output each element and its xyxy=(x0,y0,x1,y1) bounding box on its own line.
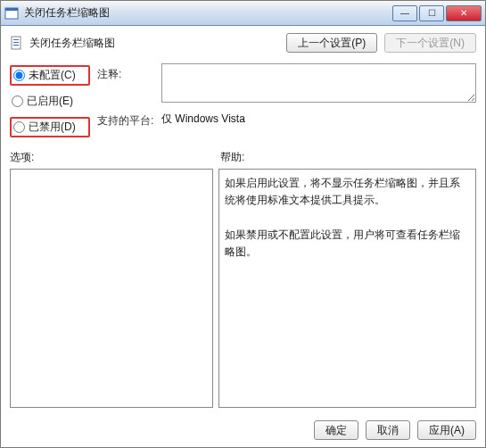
policy-icon xyxy=(10,36,24,50)
panes: 如果启用此设置，将不显示任务栏缩略图，并且系统将使用标准文本提供工具提示。 如果… xyxy=(10,169,476,408)
next-setting-button[interactable]: 下一个设置(N) xyxy=(384,33,476,53)
platform-value: 仅 Windows Vista xyxy=(161,110,476,127)
footer: 确定 取消 应用(A) xyxy=(1,413,485,447)
comment-label: 注释: xyxy=(97,63,154,82)
comment-row: 注释: xyxy=(97,63,476,103)
radio-not-configured[interactable]: 未配置(C) xyxy=(10,65,90,86)
options-label: 选项: xyxy=(10,150,220,165)
options-pane[interactable] xyxy=(10,169,213,408)
help-paragraph-2: 如果禁用或不配置此设置，用户将可查看任务栏缩略图。 xyxy=(225,227,470,261)
header-row: 关闭任务栏缩略图 上一个设置(P) 下一个设置(N) xyxy=(10,33,476,53)
window-title: 关闭任务栏缩略图 xyxy=(24,5,392,21)
nav-buttons: 上一个设置(P) 下一个设置(N) xyxy=(286,33,476,53)
radio-enabled-input[interactable] xyxy=(12,95,23,107)
radio-disabled-label: 已禁用(D) xyxy=(29,120,76,135)
help-label: 帮助: xyxy=(220,150,244,165)
radio-group: 未配置(C) 已启用(E) 已禁用(D) xyxy=(10,63,90,137)
comment-textarea[interactable] xyxy=(161,63,476,103)
svg-rect-1 xyxy=(5,8,18,11)
previous-setting-button[interactable]: 上一个设置(P) xyxy=(286,33,377,53)
window-buttons: — ☐ ✕ xyxy=(392,5,482,21)
app-icon xyxy=(4,6,19,21)
apply-button[interactable]: 应用(A) xyxy=(417,420,476,440)
config-section: 未配置(C) 已启用(E) 已禁用(D) 注释: 支持的平台: xyxy=(10,63,476,137)
radio-enabled-label: 已启用(E) xyxy=(27,94,73,109)
platform-label: 支持的平台: xyxy=(97,110,154,129)
radio-disabled[interactable]: 已禁用(D) xyxy=(10,117,90,137)
svg-rect-3 xyxy=(13,39,19,40)
help-pane: 如果启用此设置，将不显示任务栏缩略图，并且系统将使用标准文本提供工具提示。 如果… xyxy=(218,169,476,408)
dialog-body: 关闭任务栏缩略图 上一个设置(P) 下一个设置(N) 未配置(C) 已启用(E)… xyxy=(1,26,485,413)
right-column: 注释: 支持的平台: 仅 Windows Vista xyxy=(97,63,476,129)
ok-button[interactable]: 确定 xyxy=(314,420,358,440)
close-button[interactable]: ✕ xyxy=(446,5,482,21)
radio-enabled[interactable]: 已启用(E) xyxy=(10,93,90,110)
minimize-button[interactable]: — xyxy=(392,5,417,21)
radio-disabled-input[interactable] xyxy=(13,121,25,133)
dialog-window: 关闭任务栏缩略图 — ☐ ✕ 关闭任务栏缩略图 上一个设置(P) 下一个设置(N… xyxy=(0,0,486,448)
titlebar[interactable]: 关闭任务栏缩略图 — ☐ ✕ xyxy=(1,1,485,26)
svg-rect-4 xyxy=(13,42,19,43)
cancel-button[interactable]: 取消 xyxy=(366,420,410,440)
policy-title: 关闭任务栏缩略图 xyxy=(29,36,286,51)
pane-labels: 选项: 帮助: xyxy=(10,150,476,165)
svg-rect-5 xyxy=(13,45,19,46)
help-paragraph-1: 如果启用此设置，将不显示任务栏缩略图，并且系统将使用标准文本提供工具提示。 xyxy=(225,175,470,209)
radio-not-configured-input[interactable] xyxy=(13,70,25,81)
platform-row: 支持的平台: 仅 Windows Vista xyxy=(97,110,476,129)
radio-not-configured-label: 未配置(C) xyxy=(29,68,76,83)
maximize-button[interactable]: ☐ xyxy=(419,5,444,21)
